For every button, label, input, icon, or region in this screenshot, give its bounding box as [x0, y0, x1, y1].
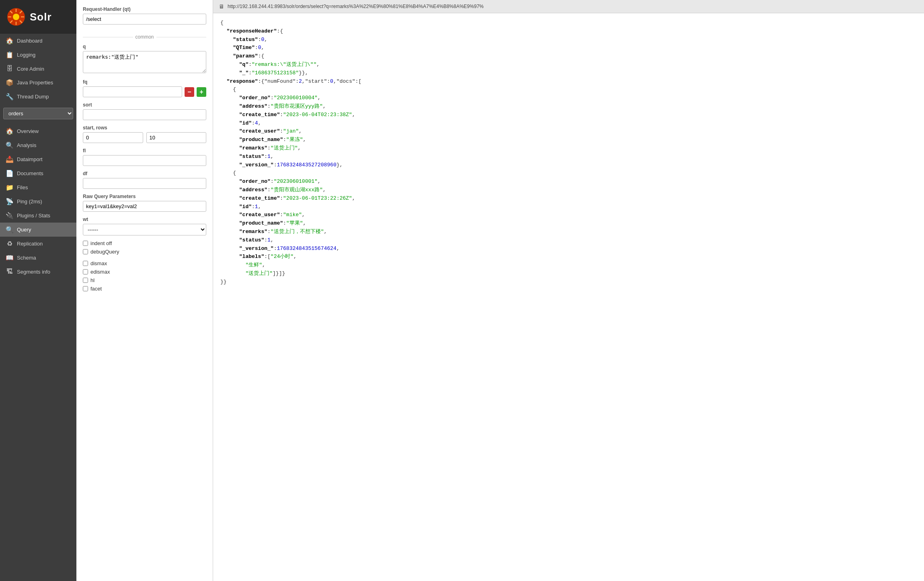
sidebar-item-ping[interactable]: 📡 Ping (2ms): [0, 194, 76, 209]
schema-icon: 📖: [6, 254, 14, 262]
fq-add-button[interactable]: +: [197, 87, 206, 97]
fl-input[interactable]: [83, 155, 206, 166]
fq-group: fq − +: [83, 79, 206, 97]
dismax-group: dismax: [83, 260, 206, 266]
fl-label: fl: [83, 148, 206, 153]
indent-off-group: indent off: [83, 240, 206, 246]
java-properties-icon: 📦: [6, 79, 14, 86]
sidebar-item-label: Thread Dump: [17, 94, 49, 100]
query-panel: Request-Handler (qt) common q remarks:"送…: [76, 0, 213, 581]
wt-select[interactable]: ------ json xml csv python ruby: [83, 224, 206, 235]
replication-icon: ♻: [6, 240, 14, 248]
response-content[interactable]: { "responseHeader":{ "status":0, "QTime"…: [213, 13, 924, 581]
documents-icon: 📄: [6, 170, 14, 177]
sidebar-item-label: Schema: [17, 255, 36, 261]
request-handler-input[interactable]: [83, 14, 206, 25]
q-input[interactable]: remarks:"送货上门": [83, 51, 206, 73]
indent-off-checkbox[interactable]: [83, 241, 88, 246]
raw-query-label: Raw Query Parameters: [83, 194, 206, 199]
logging-icon: 📋: [6, 51, 14, 59]
wt-group: wt ------ json xml csv python ruby: [83, 217, 206, 235]
sort-label: sort: [83, 102, 206, 108]
overview-icon: 🏠: [6, 127, 14, 135]
solr-logo-icon: [6, 7, 26, 27]
sidebar-item-segments[interactable]: 🏗 Segments info: [0, 265, 76, 278]
sidebar-item-label: Overview: [17, 128, 39, 134]
df-input[interactable]: [83, 178, 206, 189]
sort-group: sort: [83, 102, 206, 120]
hl-checkbox[interactable]: [83, 278, 88, 283]
debug-query-label: debugQuery: [90, 249, 119, 255]
svg-point-9: [13, 14, 19, 20]
common-divider: common: [83, 34, 206, 40]
dismax-label: dismax: [90, 260, 107, 266]
thread-dump-icon: 🔧: [6, 93, 14, 100]
df-label: df: [83, 171, 206, 176]
debug-query-checkbox[interactable]: [83, 249, 88, 254]
sidebar-item-java-properties[interactable]: 📦 Java Properties: [0, 76, 76, 90]
facet-checkbox[interactable]: [83, 286, 88, 291]
facet-group: facet: [83, 286, 206, 292]
query-icon: 🔍: [6, 226, 14, 233]
sidebar-item-label: Logging: [17, 52, 35, 58]
sidebar-item-label: Segments info: [17, 269, 50, 275]
dismax-checkbox[interactable]: [83, 261, 88, 266]
sidebar-item-label: Files: [17, 184, 28, 190]
q-label: q: [83, 44, 206, 49]
sidebar-item-plugins[interactable]: 🔌 Plugins / Stats: [0, 209, 76, 223]
sidebar-item-label: Plugins / Stats: [17, 213, 50, 219]
edismax-checkbox[interactable]: [83, 269, 88, 274]
url-bar: 🖥 http://192.168.244.41:8983/solr/orders…: [213, 0, 924, 13]
dashboard-icon: 🏠: [6, 37, 14, 45]
main-area: Request-Handler (qt) common q remarks:"送…: [76, 0, 924, 581]
response-url: http://192.168.244.41:8983/solr/orders/s…: [228, 4, 484, 9]
core-selector: orders: [3, 108, 73, 119]
sidebar-item-dashboard[interactable]: 🏠 Dashboard: [0, 34, 76, 48]
request-handler-label: Request-Handler (qt): [83, 6, 206, 12]
hl-group: hl: [83, 277, 206, 283]
rows-input[interactable]: [146, 132, 207, 143]
sidebar-item-label: Replication: [17, 241, 43, 247]
edismax-group: edismax: [83, 269, 206, 275]
start-rows-group: start, rows: [83, 125, 206, 143]
sidebar-item-label: Analysis: [17, 142, 36, 148]
response-area: 🖥 http://192.168.244.41:8983/solr/orders…: [213, 0, 924, 581]
sidebar-item-schema[interactable]: 📖 Schema: [0, 251, 76, 265]
sidebar-item-files[interactable]: 📁 Files: [0, 180, 76, 194]
fq-remove-button[interactable]: −: [185, 87, 194, 97]
sidebar-item-logging[interactable]: 📋 Logging: [0, 48, 76, 62]
wt-label: wt: [83, 217, 206, 222]
sidebar-item-dataimport[interactable]: 📥 Dataimport: [0, 152, 76, 166]
sidebar-item-analysis[interactable]: 🔍 Analysis: [0, 138, 76, 152]
start-rows-label: start, rows: [83, 125, 206, 131]
edismax-label: edismax: [90, 269, 110, 275]
sort-input[interactable]: [83, 109, 206, 120]
url-icon: 🖥: [219, 3, 224, 10]
request-handler-group: Request-Handler (qt): [83, 6, 206, 29]
core-select[interactable]: orders: [3, 108, 73, 119]
indent-off-label: indent off: [90, 240, 112, 246]
core-nav: 🏠 Overview 🔍 Analysis 📥 Dataimport 📄 Doc…: [0, 124, 76, 278]
sidebar-item-core-admin[interactable]: 🗄 Core Admin: [0, 62, 76, 76]
sidebar-item-label: Ping (2ms): [17, 198, 42, 205]
fl-group: fl: [83, 148, 206, 166]
sidebar-item-label: Dataimport: [17, 156, 43, 162]
sidebar-item-overview[interactable]: 🏠 Overview: [0, 124, 76, 138]
df-group: df: [83, 171, 206, 189]
sidebar-item-replication[interactable]: ♻ Replication: [0, 237, 76, 251]
sidebar-item-query[interactable]: 🔍 Query: [0, 223, 76, 237]
files-icon: 📁: [6, 184, 14, 191]
facet-label: facet: [90, 286, 102, 292]
global-nav: 🏠 Dashboard 📋 Logging 🗄 Core Admin 📦 Jav…: [0, 34, 76, 104]
segments-icon: 🏗: [6, 268, 14, 275]
fq-input[interactable]: [83, 86, 182, 97]
sidebar-item-thread-dump[interactable]: 🔧 Thread Dump: [0, 90, 76, 104]
sidebar-item-label: Query: [17, 227, 31, 233]
start-input[interactable]: [83, 132, 143, 143]
hl-label: hl: [90, 277, 94, 283]
raw-query-input[interactable]: [83, 201, 206, 212]
sidebar-item-documents[interactable]: 📄 Documents: [0, 166, 76, 180]
plugins-icon: 🔌: [6, 212, 14, 219]
fq-row: − +: [83, 86, 206, 97]
sidebar-item-label: Documents: [17, 170, 43, 176]
